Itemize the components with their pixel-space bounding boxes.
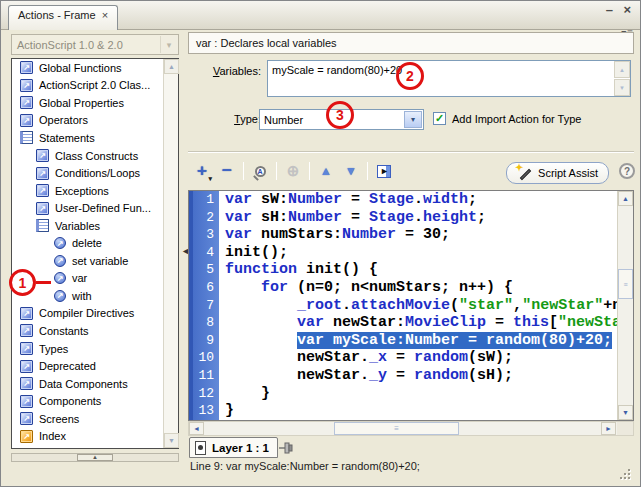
circle-arrow-icon: ↗ [54,290,66,302]
circle-arrow-icon: ↗ [54,255,66,267]
script-assist-button[interactable]: ✦ Script Assist [506,162,609,184]
square-arrow-icon: ↗ [20,114,33,127]
tree-scrollbar[interactable]: ▲ ▼ [163,59,178,448]
tree-item-index[interactable]: ↗Index [12,427,163,445]
code-text: var newStar:MovieClip = this["newStar"+n… [219,314,617,332]
tree-item-screens[interactable]: ↗Screens [12,410,163,428]
code-line-5[interactable]: 5function init() { [189,261,617,279]
tree-item-compiler-directives[interactable]: ↗Compiler Directives [12,305,163,323]
code-lines: 1var sW:Number = Stage.width;2var sH:Num… [189,191,617,420]
tree-item-label: Class Constructs [55,150,138,162]
show-code-hint-icon[interactable]: ► [375,161,393,181]
scroll-down-icon[interactable]: ▼ [164,433,179,448]
tree-item-deprecated[interactable]: ↗Deprecated [12,357,163,375]
add-import-action-label: Add Import Action for Type [452,113,581,125]
title-bar: Actions - Frame × – × [1,1,640,30]
code-text: function init() { [219,261,378,279]
actionscript-version-select[interactable]: ActionScript 1.0 & 2.0 ▾ [11,34,179,55]
move-up-icon[interactable]: ▲ [317,161,335,181]
horizontal-scrollbar[interactable]: ◄ ≡ ► [188,421,634,436]
tree-item-delete[interactable]: ↗delete [12,234,163,252]
code-line-11[interactable]: 11 newStar._y = random(sH); [189,367,617,385]
type-label: Type: [188,113,261,125]
insert-target-path-icon[interactable]: ⊕ [284,161,302,181]
tab-close-icon[interactable]: × [102,9,108,21]
script-assist-label: Script Assist [538,167,598,179]
square-arrow-icon: ↗ [36,184,49,197]
tree-item-conditions-loops[interactable]: ↗Conditions/Loops [12,164,163,182]
line-number: 10 [189,349,219,367]
chevron-down-icon: ▾ [160,36,177,53]
book-icon [36,219,49,232]
add-item-icon[interactable]: + ▾ [193,161,211,181]
move-down-icon[interactable]: ▼ [342,161,360,181]
code-line-10[interactable]: 10 newStar._x = random(sW); [189,349,617,367]
tree-item-global-functions[interactable]: ↗Global Functions [12,59,163,77]
code-line-12[interactable]: 12 } [189,385,617,403]
line-number: 4 [189,244,219,262]
scroll-up-icon[interactable]: ▲ [614,61,630,78]
scroll-left-icon[interactable]: ◄ [189,422,204,435]
tree-item-constants[interactable]: ↗Constants [12,322,163,340]
scroll-down-icon[interactable]: ▼ [618,405,633,420]
scroll-right-icon[interactable]: ► [601,422,616,435]
variables-label: Variables: [188,65,261,77]
code-line-7[interactable]: 7 _root.attachMovie("star","newStar"+n,n… [189,297,617,315]
code-line-3[interactable]: 3var numStars:Number = 30; [189,226,617,244]
actions-toolbox: ↗Global Functions↗ActionScript 2.0 Clas.… [11,58,179,449]
tree-item-label: set variable [72,255,128,267]
tree-item-variables[interactable]: Variables [12,217,163,235]
tree-item-label: Global Properties [39,97,124,109]
tab-actions-frame[interactable]: Actions - Frame × [8,5,118,30]
index-arrow-icon: ↗ [20,430,33,443]
find-icon[interactable]: A [251,161,269,181]
close-icon[interactable]: × [623,3,631,17]
tree-splitter[interactable]: ▲ [11,453,179,462]
tree-item-statements[interactable]: Statements [12,129,163,147]
variables-input[interactable]: myScale = random(80)+20 [267,60,631,97]
delete-item-icon[interactable]: − [218,161,236,181]
help-icon[interactable]: ? [619,163,635,179]
code-line-8[interactable]: 8 var newStar:MovieClip = this["newStar"… [189,314,617,332]
code-line-6[interactable]: 6 for (n=0; n<numStars; n++) { [189,279,617,297]
line-number: 9 [189,332,219,350]
scrollbar-thumb[interactable]: ≡ [334,422,459,435]
tree-item-actionscript-2-0-clas[interactable]: ↗ActionScript 2.0 Clas... [12,77,163,95]
tree-item-user-defined-fun[interactable]: ↗User-Defined Fun... [12,199,163,217]
square-arrow-icon: ↗ [36,149,49,162]
scroll-up-icon[interactable]: ▲ [618,191,633,206]
script-pane[interactable]: 1var sW:Number = Stage.width;2var sH:Num… [188,190,634,421]
scroll-up-icon[interactable]: ▲ [164,59,179,74]
vertical-scrollbar[interactable]: ▲ ≡ ▼ [617,191,633,420]
tree-item-global-properties[interactable]: ↗Global Properties [12,94,163,112]
tree-item-exceptions[interactable]: ↗Exceptions [12,182,163,200]
tree-item-class-constructs[interactable]: ↗Class Constructs [12,147,163,165]
scroll-down-icon[interactable]: ▼ [614,79,630,96]
minimize-icon[interactable]: – [606,3,613,17]
script-toolbar: + ▾ − A ⊕ ▲ ▼ ► [193,158,393,184]
tree-item-operators[interactable]: ↗Operators [12,112,163,130]
code-line-9[interactable]: 9 var myScale:Number = random(80)+20; [189,332,617,350]
code-line-1[interactable]: 1var sW:Number = Stage.width; [189,191,617,209]
pin-script-icon[interactable] [278,440,295,456]
tree-item-set-variable[interactable]: ↗set variable [12,252,163,270]
code-line-13[interactable]: 13} [189,402,617,420]
tree-item-components[interactable]: ↗Components [12,392,163,410]
variables-field-scrollbar[interactable]: ▲ ▼ [614,61,630,96]
square-arrow-icon: ↗ [20,96,33,109]
code-line-4[interactable]: 4init(); [189,244,617,262]
tree-item-label: Deprecated [39,360,96,372]
add-import-action-checkbox[interactable]: ✓ [433,112,446,125]
tab-layer-1-frame-1[interactable]: Layer 1 : 1 [189,437,278,458]
splitter-collapse-icon[interactable]: ▲ [77,454,113,461]
line-number: 6 [189,279,219,297]
tab-title: Actions - Frame [18,9,96,21]
resize-grip-icon[interactable] [618,467,630,479]
tree-item-label: Conditions/Loops [55,167,140,179]
code-line-2[interactable]: 2var sH:Number = Stage.height; [189,209,617,227]
tree-item-types[interactable]: ↗Types [12,340,163,358]
tree-item-with[interactable]: ↗with [12,287,163,305]
scrollbar-thumb[interactable]: ≡ [618,269,633,299]
tree-item-data-components[interactable]: ↗Data Components [12,375,163,393]
code-text: var sW:Number = Stage.width; [219,191,477,209]
